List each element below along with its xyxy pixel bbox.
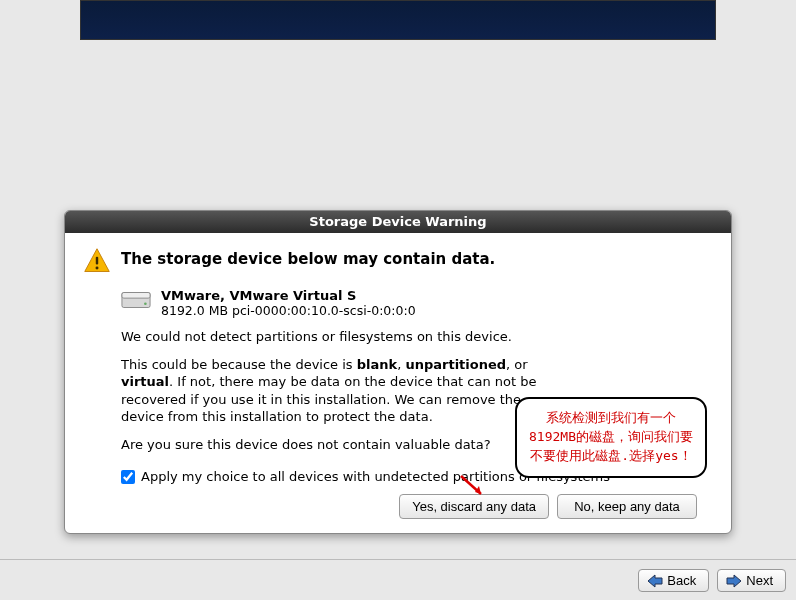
svg-rect-4 (122, 293, 150, 299)
text-fragment: This could be because the device is (121, 357, 357, 372)
text-fragment: . If not, there may be data on the devic… (121, 374, 537, 424)
yes-discard-button[interactable]: Yes, discard any data (399, 494, 549, 519)
storage-warning-dialog: Storage Device Warning The storage devic… (64, 210, 732, 534)
arrow-left-icon (647, 574, 663, 588)
annotation-line: 系统检测到我们有一个 (525, 409, 697, 428)
svg-marker-7 (475, 486, 481, 494)
back-label: Back (667, 573, 696, 588)
svg-point-2 (96, 267, 99, 270)
device-name: VMware, VMware Virtual S (161, 288, 416, 303)
dialog-heading: The storage device below may contain dat… (121, 250, 495, 268)
paragraph-no-partitions: We could not detect partitions or filesy… (121, 328, 551, 346)
no-keep-button[interactable]: No, keep any data (557, 494, 697, 519)
svg-point-5 (144, 302, 147, 305)
dialog-title: Storage Device Warning (65, 211, 731, 233)
header-banner (80, 0, 716, 40)
text-fragment: , or (506, 357, 528, 372)
next-button[interactable]: Next (717, 569, 786, 592)
annotation-line: 不要使用此磁盘.选择yes！ (525, 447, 697, 466)
device-detail: 8192.0 MB pci-0000:00:10.0-scsi-0:0:0:0 (161, 303, 416, 318)
paragraph-confirm: Are you sure this device does not contai… (121, 436, 551, 454)
text-unpartitioned: unpartitioned (405, 357, 506, 372)
dialog-body: The storage device below may contain dat… (65, 233, 731, 533)
back-button[interactable]: Back (638, 569, 709, 592)
next-label: Next (746, 573, 773, 588)
annotation-callout: 系统检测到我们有一个 8192MB的磁盘，询问我们要 不要使用此磁盘.选择yes… (515, 397, 707, 478)
hard-drive-icon (121, 288, 151, 315)
warning-icon (83, 247, 111, 278)
annotation-line: 8192MB的磁盘，询问我们要 (525, 428, 697, 447)
svg-rect-1 (96, 257, 98, 265)
apply-all-checkbox[interactable] (121, 470, 135, 484)
wizard-nav: Back Next (638, 569, 786, 592)
text-virtual: virtual (121, 374, 169, 389)
svg-marker-9 (727, 575, 741, 587)
separator (0, 559, 796, 560)
text-blank: blank (357, 357, 397, 372)
svg-marker-8 (648, 575, 662, 587)
arrow-right-icon (726, 574, 742, 588)
paragraph-explanation: This could be because the device is blan… (121, 356, 551, 426)
